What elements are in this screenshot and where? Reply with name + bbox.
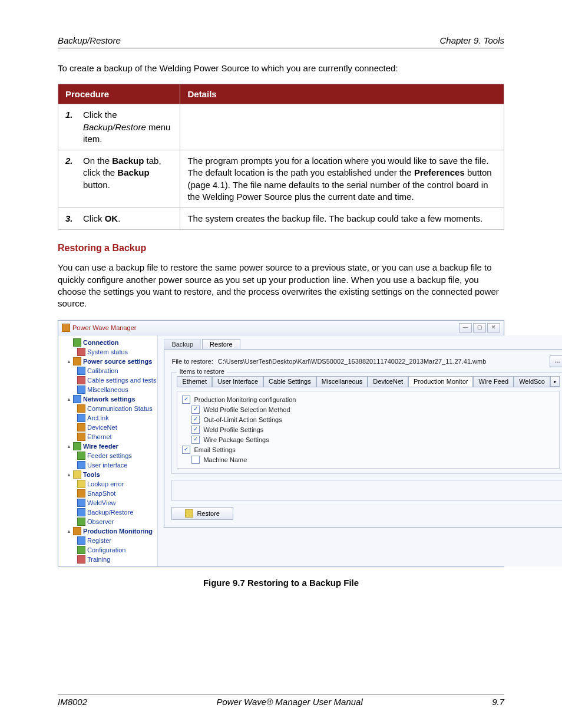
checkbox[interactable]: ✓ xyxy=(191,416,200,424)
restore-button-label: Restore xyxy=(197,510,220,517)
checkbox[interactable]: ✓ xyxy=(191,436,200,444)
tree-item[interactable]: ▲Network settings xyxy=(59,394,156,404)
subtab[interactable]: WeldSco xyxy=(514,376,550,387)
subtab[interactable]: DeviceNet xyxy=(368,376,408,387)
intro-paragraph: To create a backup of the Welding Power … xyxy=(58,62,504,74)
tree-node-icon xyxy=(73,338,81,347)
checkbox[interactable]: ✓ xyxy=(182,446,190,454)
restore-option[interactable]: ✓Wire Package Settings xyxy=(191,436,558,444)
footer-left: IM8002 xyxy=(58,697,87,707)
tree-node-label: Production Monitoring xyxy=(83,528,153,535)
subtab[interactable]: User Interface xyxy=(212,376,263,387)
tree-node-label: Ethernet xyxy=(87,433,112,440)
tree-node-label: Connection xyxy=(83,339,119,346)
subtab[interactable]: Ethernet xyxy=(177,376,212,387)
checkbox-label: Weld Profile Settings xyxy=(203,426,263,433)
restore-option[interactable]: Machine Name xyxy=(191,456,558,464)
checkbox[interactable]: ✓ xyxy=(191,406,200,414)
browse-button[interactable]: ... xyxy=(550,355,562,367)
subtab[interactable]: Production Monitor xyxy=(408,376,473,387)
tree-item[interactable]: ▲Tools xyxy=(59,470,156,479)
tree-node-icon xyxy=(77,508,85,516)
tree-item[interactable]: Register xyxy=(59,536,156,545)
tree-item[interactable]: ▲Wire feeder xyxy=(59,442,156,451)
tree-expander-icon[interactable]: ▲ xyxy=(67,359,71,364)
tree-node-icon xyxy=(77,518,85,526)
tree-node-label: WeldView xyxy=(87,499,116,506)
page-footer: IM8002 Power Wave® Manager User Manual 9… xyxy=(58,694,504,707)
checkbox[interactable] xyxy=(191,456,200,464)
tree-node-label: Tools xyxy=(83,471,100,478)
tree-node-icon xyxy=(73,527,81,535)
step-details: The system creates the backup file. The … xyxy=(180,208,504,230)
subtab[interactable]: Miscellaneous xyxy=(316,376,368,387)
restore-button[interactable]: Restore xyxy=(171,507,233,520)
tree-item[interactable]: WeldView xyxy=(59,498,156,508)
tree-item[interactable]: ▲Production Monitoring xyxy=(59,526,156,536)
tree-node-label: Feeder settings xyxy=(87,452,132,459)
subtab[interactable]: Cable Settings xyxy=(263,376,316,387)
tree-item[interactable]: Communication Status xyxy=(59,404,156,413)
tree-item[interactable]: Calibration xyxy=(59,366,156,375)
checkbox-label: Wire Package Settings xyxy=(203,436,269,443)
restore-option[interactable]: ✓Weld Profile Settings xyxy=(191,426,558,434)
checkbox-label: Production Monitoring configuration xyxy=(194,396,296,403)
tree-node-icon xyxy=(77,376,85,384)
tree-expander-icon[interactable]: ▲ xyxy=(67,472,71,477)
page-header: Backup/Restore Chapter 9. Tools xyxy=(58,35,504,48)
tree-item[interactable]: Connection xyxy=(59,338,156,347)
tree-node-label: Configuration xyxy=(87,546,125,554)
tree-node-icon xyxy=(77,499,85,507)
tree-item[interactable]: DeviceNet xyxy=(59,423,156,432)
tree-item[interactable]: Training xyxy=(59,555,156,564)
tab-backup[interactable]: Backup xyxy=(164,339,201,349)
tree-item[interactable]: Lookup error xyxy=(59,479,156,489)
tree-item[interactable]: User interface xyxy=(59,460,156,470)
tree-item[interactable]: Ethernet xyxy=(59,432,156,442)
file-to-restore-label: File to restore: xyxy=(171,358,213,365)
maximize-button[interactable]: ▢ xyxy=(473,323,486,332)
tree-item[interactable]: Miscellaneous xyxy=(59,385,156,394)
tree-item[interactable]: Feeder settings xyxy=(59,451,156,460)
step-details: The program prompts you for a location w… xyxy=(180,150,504,208)
tree-item[interactable]: Cable settings and tests xyxy=(59,375,156,385)
tree-item[interactable]: SnapShot xyxy=(59,489,156,498)
titlebar[interactable]: Power Wave Manager — ▢ ✕ xyxy=(58,321,504,335)
tree-node-label: Calibration xyxy=(87,367,118,374)
tree-item[interactable]: ArcLink xyxy=(59,413,156,423)
tree-node-label: Lookup error xyxy=(87,480,124,487)
subtab-strip: EthernetUser InterfaceCable SettingsMisc… xyxy=(177,376,560,387)
restore-icon xyxy=(185,509,193,518)
restore-option[interactable]: ✓Production Monitoring configuration xyxy=(182,396,558,404)
tree-expander-icon[interactable]: ▲ xyxy=(67,397,71,402)
restore-option[interactable]: ✓Email Settings xyxy=(182,446,558,454)
tree-expander-icon[interactable]: ▲ xyxy=(67,444,71,449)
checkbox[interactable]: ✓ xyxy=(191,426,200,434)
tree-node-icon xyxy=(77,480,85,488)
nav-tree[interactable]: ConnectionSystem status▲Power source set… xyxy=(58,335,158,566)
tree-node-icon xyxy=(73,470,81,479)
tree-item[interactable]: System status xyxy=(59,347,156,357)
tree-item[interactable]: Configuration xyxy=(59,545,156,555)
section-heading: Restoring a Backup xyxy=(58,243,504,253)
close-button[interactable]: ✕ xyxy=(487,323,500,332)
checkbox[interactable]: ✓ xyxy=(182,396,190,404)
restore-option[interactable]: ✓Out-of-Limit Action Settings xyxy=(191,416,558,424)
tree-node-label: Training xyxy=(87,556,110,563)
restore-option[interactable]: ✓Weld Profile Selection Method xyxy=(191,406,558,414)
step-num: 1. xyxy=(65,110,73,120)
tree-node-icon xyxy=(77,414,85,422)
th-procedure: Procedure xyxy=(58,84,180,104)
body-paragraph: You can use a backup file to restore the… xyxy=(58,262,504,309)
tab-scroll-right[interactable]: ▸ xyxy=(550,376,560,387)
check-list: ✓Production Monitoring configuration✓Wel… xyxy=(177,391,560,469)
step-num: 3. xyxy=(65,213,73,223)
subtab[interactable]: Wire Feed xyxy=(473,376,514,387)
tree-expander-icon[interactable]: ▲ xyxy=(67,529,71,534)
tree-node-label: System status xyxy=(87,348,128,355)
tree-item[interactable]: Observer xyxy=(59,517,156,526)
tab-restore[interactable]: Restore xyxy=(202,339,240,349)
tree-item[interactable]: ▲Power source settings xyxy=(59,357,156,366)
minimize-button[interactable]: — xyxy=(459,323,472,332)
tree-item[interactable]: Backup/Restore xyxy=(59,508,156,517)
